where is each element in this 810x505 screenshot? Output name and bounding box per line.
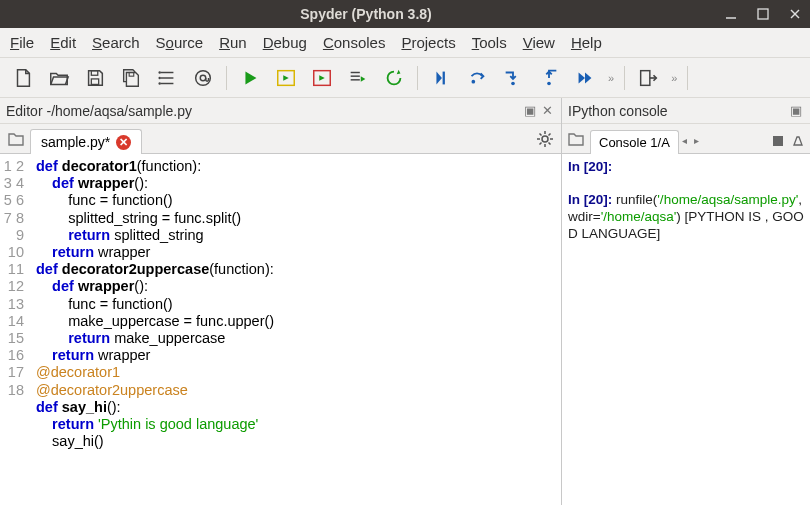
- exit-debug-icon[interactable]: [633, 63, 663, 93]
- tab-close-icon[interactable]: ✕: [116, 135, 131, 150]
- toolbar-separator: [226, 66, 227, 90]
- titlebar: Spyder (Python 3.8): [0, 0, 810, 28]
- editor-tabbar: sample.py* ✕: [0, 124, 561, 154]
- menu-run[interactable]: Run: [219, 34, 247, 51]
- at-symbol-icon[interactable]: [188, 63, 218, 93]
- code-content[interactable]: def decorator1(function): def wrapper():…: [30, 154, 561, 505]
- new-file-icon[interactable]: [8, 63, 38, 93]
- toolbar-more-icon[interactable]: »: [606, 72, 616, 84]
- step-out-icon[interactable]: [534, 63, 564, 93]
- toolbar-separator: [687, 66, 688, 90]
- pane-undock-icon[interactable]: ▣: [522, 103, 538, 118]
- rerun-icon[interactable]: [379, 63, 409, 93]
- console-tab[interactable]: Console 1/A: [590, 130, 679, 154]
- console-title: IPython console: [568, 103, 668, 119]
- svg-point-23: [547, 81, 551, 85]
- open-file-icon[interactable]: [44, 63, 74, 93]
- toolbar-more-icon[interactable]: »: [669, 72, 679, 84]
- console-output[interactable]: In [20]: In [20]: runfile('/home/aqsa/sa…: [562, 154, 810, 505]
- tab-options-icon[interactable]: [535, 129, 555, 149]
- maximize-button[interactable]: [756, 7, 770, 21]
- minimize-button[interactable]: [724, 7, 738, 21]
- toolbar: » »: [0, 58, 810, 98]
- outline-icon[interactable]: [152, 63, 182, 93]
- svg-rect-26: [773, 136, 783, 146]
- save-all-icon[interactable]: [116, 63, 146, 93]
- editor-title-prefix: Editor -: [6, 103, 51, 119]
- menu-consoles[interactable]: Consoles: [323, 34, 386, 51]
- code-area[interactable]: 1 2 3 4 5 6 7 8 9 10 11 12 13 14 15 16 1…: [0, 154, 561, 505]
- debug-icon[interactable]: [426, 63, 456, 93]
- svg-rect-24: [641, 70, 650, 85]
- tab-scroll-right-icon[interactable]: ▸: [691, 129, 703, 151]
- console-pane: IPython console ▣ Console 1/A ◂ ▸ In [20…: [562, 98, 810, 505]
- pane-close-icon[interactable]: ✕: [540, 103, 555, 118]
- step-over-icon[interactable]: [462, 63, 492, 93]
- svg-rect-5: [91, 78, 98, 84]
- editor-tab[interactable]: sample.py* ✕: [30, 129, 142, 154]
- editor-pane: Editor - /home/aqsa/sample.py ▣ ✕ sample…: [0, 98, 562, 505]
- file-browse-icon[interactable]: [6, 129, 26, 149]
- editor-path: /home/aqsa/sample.py: [51, 103, 192, 119]
- svg-point-10: [158, 71, 160, 73]
- svg-point-12: [158, 82, 160, 84]
- run-selection-icon[interactable]: [343, 63, 373, 93]
- save-icon[interactable]: [80, 63, 110, 93]
- console-pane-header: IPython console ▣: [562, 98, 810, 124]
- menubar: File Edit Search Source Run Debug Consol…: [0, 28, 810, 58]
- pane-undock-icon[interactable]: ▣: [788, 103, 804, 118]
- tab-scroll-left-icon[interactable]: ◂: [679, 129, 691, 151]
- console-tabbar: Console 1/A ◂ ▸: [562, 124, 810, 154]
- main-area: Editor - /home/aqsa/sample.py ▣ ✕ sample…: [0, 98, 810, 505]
- menu-source[interactable]: Source: [156, 34, 204, 51]
- run-cell-icon[interactable]: [271, 63, 301, 93]
- run-icon[interactable]: [235, 63, 265, 93]
- svg-point-11: [158, 76, 160, 78]
- tab-label: sample.py*: [41, 134, 110, 150]
- menu-file[interactable]: File: [10, 34, 34, 51]
- close-button[interactable]: [788, 7, 802, 21]
- line-gutter: 1 2 3 4 5 6 7 8 9 10 11 12 13 14 15 16 1…: [0, 154, 30, 505]
- svg-point-22: [511, 81, 515, 85]
- console-browse-icon[interactable]: [566, 129, 586, 149]
- menu-help[interactable]: Help: [571, 34, 602, 51]
- toolbar-separator: [624, 66, 625, 90]
- svg-point-21: [472, 79, 476, 83]
- svg-rect-1: [758, 9, 768, 19]
- svg-point-25: [542, 136, 548, 142]
- menu-search[interactable]: Search: [92, 34, 140, 51]
- window-title: Spyder (Python 3.8): [8, 6, 724, 22]
- window-buttons: [724, 7, 802, 21]
- svg-point-14: [200, 75, 206, 81]
- clear-icon[interactable]: [790, 133, 806, 149]
- menu-projects[interactable]: Projects: [401, 34, 455, 51]
- menu-tools[interactable]: Tools: [472, 34, 507, 51]
- continue-icon[interactable]: [570, 63, 600, 93]
- toolbar-separator: [417, 66, 418, 90]
- editor-pane-header: Editor - /home/aqsa/sample.py ▣ ✕: [0, 98, 561, 124]
- menu-debug[interactable]: Debug: [263, 34, 307, 51]
- menu-view[interactable]: View: [523, 34, 555, 51]
- console-tab-label: Console 1/A: [599, 135, 670, 150]
- menu-edit[interactable]: Edit: [50, 34, 76, 51]
- step-into-icon[interactable]: [498, 63, 528, 93]
- run-cell-advance-icon[interactable]: [307, 63, 337, 93]
- stop-icon[interactable]: [770, 133, 786, 149]
